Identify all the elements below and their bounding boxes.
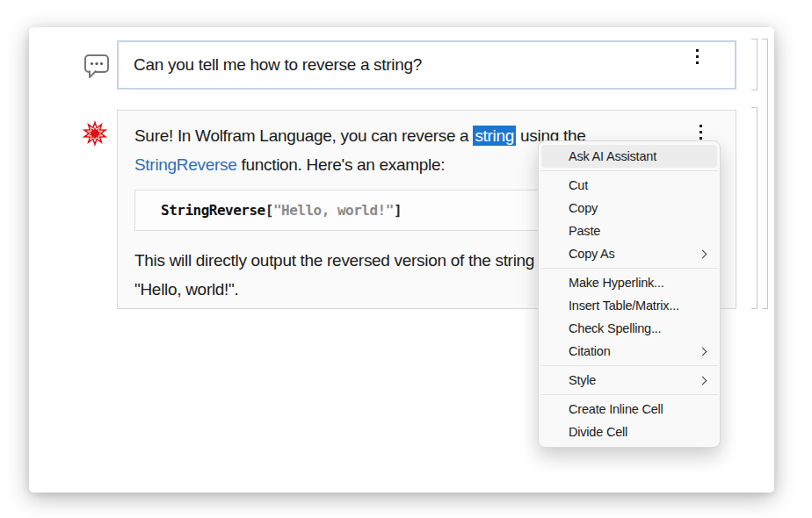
menu-item-insert-table-matrix[interactable]: Insert Table/Matrix... bbox=[541, 294, 717, 317]
context-menu: Ask AI Assistant Cut Copy Paste Copy As … bbox=[538, 140, 721, 448]
stringreverse-doc-link[interactable]: StringReverse bbox=[134, 155, 236, 174]
chat-bubble-icon bbox=[83, 54, 110, 79]
question-cell[interactable]: Can you tell me how to reverse a string? bbox=[117, 40, 736, 90]
menu-item-cut[interactable]: Cut bbox=[541, 174, 717, 197]
answer-paragraph-line-2: "Hello, world!". bbox=[134, 275, 239, 304]
cell-bracket-question[interactable] bbox=[751, 39, 758, 90]
question-cell-menu-icon[interactable] bbox=[696, 49, 699, 64]
chevron-right-icon bbox=[699, 376, 707, 385]
menu-item-ask-ai-assistant[interactable]: Ask AI Assistant bbox=[541, 145, 717, 168]
answer-line-2: StringReverse function. Here's an exampl… bbox=[134, 150, 445, 179]
answer-line-2-rest: function. Here's an example: bbox=[236, 155, 445, 174]
code-open-bracket: [ bbox=[265, 202, 273, 219]
question-text: Can you tell me how to reverse a string? bbox=[134, 55, 422, 75]
cell-bracket-group[interactable] bbox=[762, 39, 768, 309]
menu-item-divide-cell[interactable]: Divide Cell bbox=[541, 421, 717, 443]
selected-text: string bbox=[473, 126, 516, 146]
menu-item-check-spelling[interactable]: Check Spelling... bbox=[541, 317, 717, 340]
code-close-bracket: ] bbox=[394, 202, 402, 219]
menu-separator bbox=[540, 394, 718, 395]
answer-text-before-selection: Sure! In Wolfram Language, you can rever… bbox=[134, 126, 473, 145]
menu-item-paste[interactable]: Paste bbox=[541, 219, 717, 242]
wolfram-spikey-logo bbox=[82, 120, 108, 147]
menu-item-make-hyperlink[interactable]: Make Hyperlink... bbox=[541, 271, 717, 294]
menu-item-citation[interactable]: Citation bbox=[541, 340, 717, 363]
chevron-right-icon bbox=[699, 347, 707, 356]
code-function-name: StringReverse bbox=[161, 202, 265, 219]
notebook-window: Can you tell me how to reverse a string?… bbox=[29, 27, 774, 493]
answer-cell-menu-icon[interactable] bbox=[700, 125, 702, 140]
cell-bracket-answer[interactable] bbox=[751, 107, 758, 309]
answer-paragraph-line-1: This will directly output the reversed v… bbox=[134, 246, 534, 275]
menu-item-copy-as[interactable]: Copy As bbox=[541, 242, 717, 265]
menu-separator bbox=[540, 268, 718, 269]
menu-item-create-inline-cell[interactable]: Create Inline Cell bbox=[541, 398, 717, 421]
menu-item-style[interactable]: Style bbox=[541, 369, 717, 392]
desktop-background: Can you tell me how to reverse a string?… bbox=[0, 0, 812, 518]
answer-line-1: Sure! In Wolfram Language, you can rever… bbox=[134, 121, 585, 150]
menu-separator bbox=[540, 365, 718, 366]
code-string-argument: "Hello, world!" bbox=[273, 202, 394, 219]
menu-item-copy[interactable]: Copy bbox=[541, 197, 717, 219]
menu-separator bbox=[540, 170, 718, 171]
chevron-right-icon bbox=[699, 249, 707, 258]
